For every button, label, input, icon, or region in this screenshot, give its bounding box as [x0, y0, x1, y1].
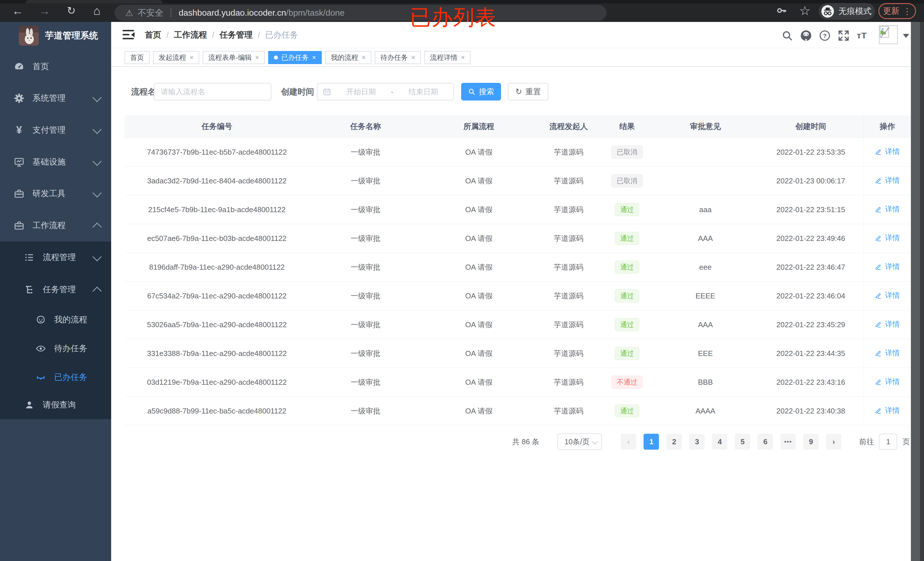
key-icon[interactable]: [776, 5, 792, 16]
cell-actions: 详情: [864, 167, 911, 195]
sidebar-item-system[interactable]: 系统管理: [0, 82, 111, 114]
security-label[interactable]: 不安全: [138, 7, 163, 19]
goto-page-input[interactable]: 1: [879, 434, 897, 450]
tab-todo-tasks[interactable]: 待办任务×: [375, 51, 421, 64]
sidebar-item-home[interactable]: 首页: [0, 51, 111, 82]
tab-start-process[interactable]: 发起流程×: [153, 51, 199, 64]
browser-update-button[interactable]: 更新 ⋮: [878, 3, 916, 19]
cell-process: OA 请假: [422, 397, 536, 425]
sidebar-item-todo-tasks[interactable]: 待办任务: [0, 334, 111, 363]
chevron-down-icon: [92, 188, 102, 197]
sidebar-item-infrastructure[interactable]: 基础设施: [0, 146, 111, 178]
cell-actions: 详情: [864, 138, 911, 167]
cell-process: OA 请假: [422, 224, 536, 253]
page-button[interactable]: 1: [644, 434, 659, 450]
close-icon[interactable]: ×: [411, 54, 415, 61]
back-icon[interactable]: ←: [10, 3, 26, 19]
chevron-down-icon: [592, 439, 598, 444]
url-path[interactable]: /bpm/task/done: [286, 8, 345, 18]
sidebar-item-devtools[interactable]: 研发工具: [0, 178, 111, 209]
app-logo-row[interactable]: 芋道管理系统: [0, 25, 111, 46]
breadcrumb-home[interactable]: 首页: [145, 29, 161, 41]
browser-menu-icon[interactable]: ⋮: [903, 6, 912, 16]
close-icon[interactable]: ×: [312, 54, 316, 61]
start-date-placeholder[interactable]: 开始日期: [331, 87, 391, 97]
tab-process-detail[interactable]: 流程详情×: [424, 51, 471, 64]
close-icon[interactable]: ×: [461, 54, 465, 61]
detail-button[interactable]: 详情: [875, 319, 900, 329]
search-button[interactable]: 搜索: [461, 83, 501, 100]
cell-comment: EEE: [652, 339, 758, 368]
detail-button[interactable]: 详情: [875, 405, 900, 416]
page-button[interactable]: 9: [803, 434, 819, 450]
fullscreen-icon[interactable]: [836, 28, 851, 43]
update-label[interactable]: 更新: [883, 5, 900, 17]
bookmark-star-icon[interactable]: ☆: [797, 3, 813, 19]
chevron-down-icon: [92, 252, 102, 262]
gear-icon: [14, 93, 24, 104]
detail-button[interactable]: 详情: [875, 175, 900, 186]
detail-button[interactable]: 详情: [875, 204, 900, 214]
col-actions: 操作: [864, 115, 911, 138]
sidebar-item-leave-query[interactable]: 请假查询: [0, 391, 111, 419]
page-button[interactable]: •••: [780, 434, 796, 450]
cell-actions: 详情: [864, 339, 911, 368]
tab-my-process[interactable]: 我的流程×: [325, 51, 371, 64]
help-icon[interactable]: ?: [818, 28, 832, 43]
detail-button[interactable]: 详情: [875, 377, 900, 387]
app-logo-avatar: [19, 25, 39, 46]
detail-button[interactable]: 详情: [875, 290, 900, 301]
sidebar-collapse-icon[interactable]: [123, 29, 135, 41]
page-button[interactable]: 5: [735, 434, 750, 450]
font-size-icon[interactable]: ᴛT: [855, 28, 869, 43]
avatar-caret-icon[interactable]: [903, 34, 909, 38]
reset-button[interactable]: ↻ 重置: [508, 83, 548, 100]
scrollbar-thumb[interactable]: [911, 22, 920, 561]
detail-button[interactable]: 详情: [875, 262, 900, 272]
sidebar-item-done-tasks[interactable]: 已办任务: [0, 363, 111, 392]
tab-done-tasks[interactable]: 已办任务×: [268, 51, 322, 64]
tab-home[interactable]: 首页: [124, 51, 150, 64]
flow-tree-icon: [24, 284, 35, 295]
page-button[interactable]: ‹: [621, 434, 636, 450]
goto-label: 前往: [859, 437, 874, 447]
date-range-picker[interactable]: 开始日期 - 结束日期: [317, 83, 454, 100]
page-button[interactable]: 6: [758, 434, 773, 450]
cell-result: 已取消: [602, 138, 652, 167]
page-scrollbar[interactable]: [911, 22, 924, 561]
reload-icon[interactable]: ↻: [63, 3, 79, 19]
detail-button[interactable]: 详情: [875, 348, 900, 358]
page-button[interactable]: ›: [826, 434, 842, 450]
close-icon[interactable]: ×: [255, 54, 259, 61]
sidebar-item-payment[interactable]: ¥ 支付管理: [0, 114, 111, 146]
avatar[interactable]: [879, 25, 898, 44]
sidebar-item-task-management[interactable]: 任务管理: [0, 274, 111, 305]
search-icon[interactable]: [780, 28, 795, 43]
page-button[interactable]: 4: [712, 434, 728, 450]
page-button[interactable]: 3: [689, 434, 705, 450]
page-size-select[interactable]: 10条/页: [558, 434, 602, 450]
breadcrumb-workflow[interactable]: 工作流程: [174, 29, 207, 41]
home-icon[interactable]: ⌂: [89, 3, 105, 19]
sidebar-item-workflow[interactable]: 工作流程: [0, 209, 111, 241]
end-date-placeholder[interactable]: 结束日期: [393, 87, 453, 97]
detail-button[interactable]: 详情: [875, 233, 900, 243]
breadcrumb-task-management[interactable]: 任务管理: [219, 29, 252, 41]
github-icon[interactable]: [799, 28, 813, 43]
page-button[interactable]: 2: [666, 434, 682, 450]
close-icon[interactable]: ×: [189, 54, 194, 61]
cell-process: OA 请假: [422, 368, 536, 397]
tab-form-editor[interactable]: 流程表单-编辑×: [202, 51, 265, 64]
address-bar[interactable]: ⚠ 不安全 dashboard.yudao.iocoder.cn/bpm/tas…: [115, 5, 606, 21]
close-icon[interactable]: ×: [362, 54, 366, 61]
forward-icon[interactable]: →: [36, 3, 52, 19]
chevron-down-icon: [92, 93, 102, 102]
cell-comment: [652, 138, 758, 167]
process-name-input[interactable]: 请输入流程名: [154, 83, 272, 100]
detail-button[interactable]: 详情: [875, 147, 900, 157]
sidebar-item-process-management[interactable]: 流程管理: [0, 241, 111, 274]
cell-comment: aaa: [652, 195, 758, 224]
url-host[interactable]: dashboard.yudao.iocoder.cn: [179, 8, 286, 18]
monitor-icon: [14, 157, 24, 168]
sidebar-item-my-process[interactable]: 我的流程: [0, 305, 111, 334]
